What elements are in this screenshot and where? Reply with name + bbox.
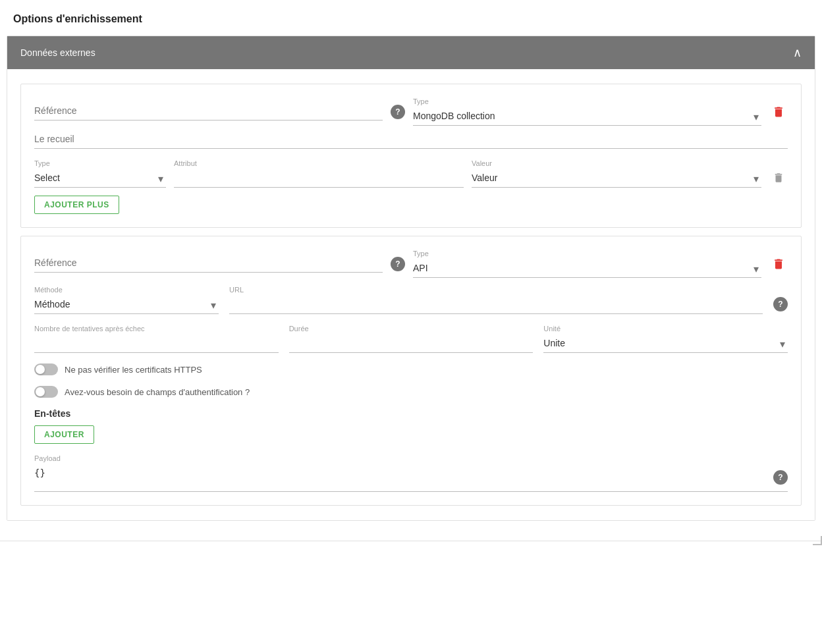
toggle-https-knob [36, 365, 45, 374]
type-select-1[interactable]: MongoDB collection API SQL [413, 108, 761, 126]
url-label: URL [229, 286, 763, 294]
payload-section: Payload {} ? [34, 454, 788, 492]
mongodb-card: ? Type MongoDB collection API SQL ▾ [20, 84, 802, 228]
method-url-row: Méthode Méthode GET POST PUT DELETE ▾ [34, 286, 788, 314]
add-header-button[interactable]: AJOUTER [34, 425, 94, 444]
filter-row-1: Type Select Equals Contains ▾ Attribut [34, 159, 788, 188]
filter-attr-input[interactable] [174, 170, 464, 188]
toggle-https-row: Ne pas vérifier les certificats HTTPS [34, 363, 788, 375]
unite-label: Unité [543, 325, 788, 333]
reference-input-1[interactable] [34, 103, 383, 121]
api-card: ? Type MongoDB collection API SQL ▾ [20, 236, 802, 506]
filter-val-label: Valeur [472, 159, 761, 167]
reference-help-icon-2[interactable]: ? [391, 257, 405, 271]
toggle-https-switch[interactable] [34, 363, 58, 375]
filter-type-group: Type Select Equals Contains ▾ [34, 159, 166, 188]
filter-attr-label: Attribut [174, 159, 464, 167]
accordion-chevron-icon: ∧ [793, 45, 802, 60]
url-input[interactable] [229, 296, 763, 314]
delete-card-2-button[interactable] [769, 254, 788, 275]
attempts-group: Nombre de tentatives après échec [34, 325, 279, 353]
page-wrapper: Options d'enrichissement Données externe… [0, 0, 822, 644]
type-label-1: Type [413, 97, 761, 105]
method-select-wrapper: Méthode GET POST PUT DELETE ▾ [34, 296, 219, 314]
method-label: Méthode [34, 286, 219, 294]
page-title: Options d'enrichissement [0, 13, 822, 36]
type-label-2: Type [413, 250, 761, 257]
accordion-header[interactable]: Données externes ∧ [7, 36, 815, 69]
payload-label: Payload [34, 454, 788, 462]
filter-val-select-wrapper: Valeur ▾ [472, 170, 761, 188]
type-select-wrapper-1: MongoDB collection API SQL ▾ [413, 108, 761, 126]
attempts-input[interactable] [34, 335, 279, 353]
collection-input[interactable] [34, 131, 788, 149]
delete-card-1-button[interactable] [769, 101, 788, 122]
filter-type-select-wrapper: Select Equals Contains ▾ [34, 170, 166, 188]
collection-row [34, 131, 788, 149]
add-header-wrapper: AJOUTER [34, 425, 788, 444]
ref-type-row-2: ? Type MongoDB collection API SQL ▾ [34, 250, 788, 278]
unite-select-wrapper: Unite Secondes Minutes ▾ [543, 335, 788, 353]
url-help-icon[interactable]: ? [773, 297, 788, 311]
filter-val-select[interactable]: Valeur [472, 170, 761, 188]
reference-help-icon-1[interactable]: ? [391, 105, 405, 119]
filter-type-label: Type [34, 159, 166, 167]
payload-help-icon[interactable]: ? [773, 470, 788, 485]
toggle-auth-label: Avez-vous besoin de champs d'authentific… [65, 387, 250, 397]
filter-type-select[interactable]: Select Equals Contains [34, 170, 166, 188]
duration-label: Durée [289, 325, 534, 333]
type-group-1: Type MongoDB collection API SQL ▾ [413, 97, 761, 126]
payload-textarea[interactable]: {} [34, 468, 773, 489]
ref-type-row-1: ? Type MongoDB collection API SQL ▾ [34, 97, 788, 126]
method-select[interactable]: Méthode GET POST PUT DELETE [34, 296, 219, 314]
type-group-2: Type MongoDB collection API SQL ▾ [413, 250, 761, 278]
delete-icon-1 [772, 104, 785, 120]
url-group: URL [229, 286, 763, 314]
bottom-divider [0, 541, 822, 541]
filter-delete-icon [773, 171, 784, 184]
filter-delete-button[interactable] [773, 171, 784, 188]
toggle-auth-switch[interactable] [34, 386, 58, 398]
headers-label: En-têtes [34, 408, 788, 419]
unite-select[interactable]: Unite Secondes Minutes [543, 335, 788, 353]
attempts-duration-row: Nombre de tentatives après échec Durée U… [34, 325, 788, 353]
method-group: Méthode Méthode GET POST PUT DELETE ▾ [34, 286, 219, 314]
filter-val-group: Valeur Valeur ▾ [472, 159, 761, 188]
accordion-header-label: Données externes [20, 47, 96, 58]
add-more-button[interactable]: AJOUTER PLUS [34, 196, 119, 214]
type-select-wrapper-2: MongoDB collection API SQL ▾ [413, 260, 761, 278]
filter-attr-group: Attribut [174, 159, 464, 188]
filter-delete-wrapper [769, 171, 788, 188]
duration-group: Durée [289, 325, 534, 353]
delete-icon-2 [772, 256, 785, 272]
duration-input[interactable] [289, 335, 534, 353]
reference-input-2[interactable] [34, 255, 383, 273]
payload-area: {} ? [34, 465, 788, 492]
toggle-auth-knob [36, 387, 45, 396]
add-more-wrapper: AJOUTER PLUS [34, 196, 788, 214]
unite-group: Unité Unite Secondes Minutes ▾ [543, 325, 788, 353]
collection-group [34, 131, 788, 149]
type-select-2[interactable]: MongoDB collection API SQL [413, 260, 761, 278]
accordion-body: ? Type MongoDB collection API SQL ▾ [7, 69, 815, 520]
accordion-section: Données externes ∧ ? Type MongoDB col [7, 36, 815, 521]
toggle-auth-row: Avez-vous besoin de champs d'authentific… [34, 386, 788, 398]
attempts-label: Nombre de tentatives après échec [34, 325, 279, 333]
toggle-https-label: Ne pas vérifier les certificats HTTPS [65, 365, 202, 375]
